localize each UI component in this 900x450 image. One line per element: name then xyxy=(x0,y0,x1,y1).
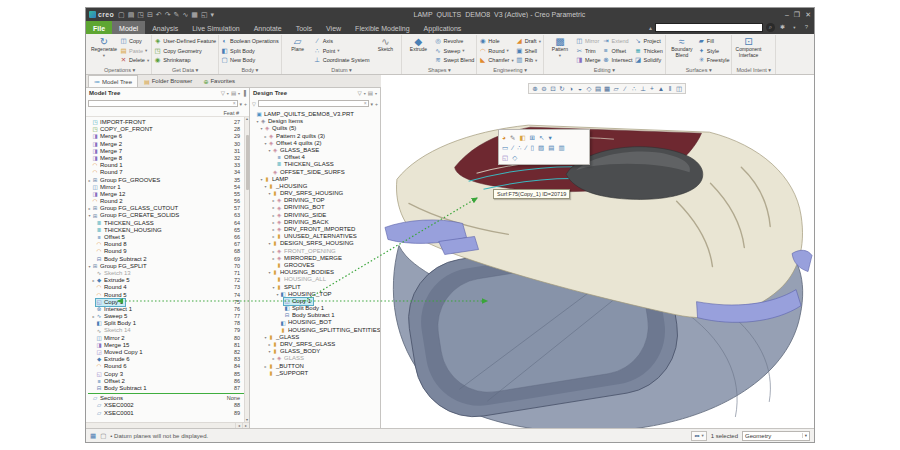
import-icon[interactable]: ◳ xyxy=(137,10,144,19)
appearance-icon[interactable]: ◕ xyxy=(502,133,506,142)
tree-item[interactable]: ▾▮GLASS_BODY xyxy=(250,348,380,355)
maximize-icon[interactable]: ❒ xyxy=(794,11,800,19)
tree-item[interactable]: ▱SectionsNone xyxy=(86,395,249,402)
extrude-button[interactable]: ◆Extrude xyxy=(404,35,432,66)
copy-feature-icon[interactable]: ◱ xyxy=(502,153,508,162)
windows-icon[interactable]: ◱ xyxy=(201,10,208,19)
tree-item[interactable]: ◧Split Body 1 xyxy=(250,305,380,312)
tree-item[interactable]: ◨Merge 1255 xyxy=(86,191,249,198)
navigator-tab-model-tree[interactable]: ≔Model Tree xyxy=(88,75,138,87)
tree-item[interactable]: ▮_SUPPORT xyxy=(250,370,380,377)
spin-center-icon[interactable]: + xyxy=(648,84,656,93)
group-label[interactable]: Datum ▾ xyxy=(284,66,400,74)
scroll-up-icon[interactable]: ▲ xyxy=(245,117,249,121)
tree-item[interactable]: ⊟Body Subtract 187 xyxy=(86,385,249,392)
find-button[interactable]: ∞ ▾ xyxy=(691,431,706,441)
group-label[interactable]: Editing ▾ xyxy=(546,66,663,74)
plane-button[interactable]: ▱Plane xyxy=(284,35,312,66)
scroll-left-icon[interactable]: ◂ xyxy=(235,423,242,428)
extend-button[interactable]: ⇥Extend xyxy=(603,37,633,45)
search-icon[interactable]: ⌕ xyxy=(766,23,775,32)
tree-item[interactable]: ◱Copy 385 xyxy=(86,371,249,378)
fill-color-icon[interactable]: ◧ xyxy=(519,133,525,142)
tree-settings-icon[interactable]: ▤ xyxy=(231,90,236,96)
draft-button[interactable]: ◢Draft▾ xyxy=(516,37,541,45)
annotations-icon[interactable]: ▲ xyxy=(657,84,665,93)
tree-item[interactable]: ▾◈Offset 4 quilts (2) xyxy=(250,140,380,147)
coordinate-system-button[interactable]: ⊥Coordinate System xyxy=(314,56,370,64)
delete-button[interactable]: ✕Delete▾ xyxy=(120,56,149,64)
graphics-viewport[interactable]: ⊕⊖⊡↻◑◒◇▤▦▱∕∴⊥+▲‖◫ ◕✎◧⊞↖▾▭∕∴∕▯▨▤▥◱◇ Surf:… xyxy=(381,75,814,428)
merge-button[interactable]: ◨Merge xyxy=(576,56,601,64)
tree-item[interactable]: ◳IMPORT-FRONT27 xyxy=(86,119,249,126)
display-toggle-icon[interactable]: ▢ xyxy=(100,432,106,440)
tree-item[interactable]: ◫Mirror 154 xyxy=(86,184,249,191)
thicken-button[interactable]: ≣Thicken xyxy=(635,47,663,55)
tree-item[interactable]: ▾▮_HOUSING xyxy=(250,183,380,190)
tree-item[interactable]: ◫Mirror 280 xyxy=(86,335,249,342)
selection-filter-dropdown[interactable]: Geometry ▾ xyxy=(742,431,810,441)
tree-item[interactable]: ◧Split Body 178 xyxy=(86,320,249,327)
tree-item[interactable]: ▾▮SPLIT xyxy=(250,284,380,291)
boolean-operations-button[interactable]: ◐Boolean Operations xyxy=(221,37,279,45)
tree-item[interactable]: ▾⊞Group FG_SPLIT70 xyxy=(86,263,249,270)
tree-item[interactable]: ∿Sketch 1371 xyxy=(86,270,249,277)
model-tree-filter-input[interactable]: × xyxy=(88,100,238,107)
tree-item[interactable]: ▸◈FRONT_OPENING xyxy=(250,248,380,255)
tag-icon[interactable]: ▯ xyxy=(530,143,534,152)
command-search-input[interactable] xyxy=(655,23,763,32)
boundary-blend-button[interactable]: ≈Boundary Blend xyxy=(668,35,696,66)
tree-item[interactable]: ▸◈DRV_FRONT_IMPORTED xyxy=(250,226,380,233)
tree-item[interactable]: ◨Merge 1581 xyxy=(86,342,249,349)
lamp-3d-model[interactable] xyxy=(381,75,814,428)
open-icon[interactable]: ▤ xyxy=(128,10,135,19)
tree-item[interactable]: ◠Round 473 xyxy=(86,284,249,291)
component-interface-button[interactable]: ⊡Component Interface xyxy=(734,35,762,66)
revolve-button[interactable]: ◎Revolve xyxy=(434,37,474,45)
tab-applications[interactable]: Applications xyxy=(417,21,469,34)
tab-analysis[interactable]: Analysis xyxy=(145,21,185,34)
help-icon[interactable]: ? xyxy=(802,23,811,32)
tree-item[interactable]: ▾▮HOUSING_BODIES xyxy=(250,269,380,276)
view-manager-icon[interactable]: ▦ xyxy=(603,84,611,93)
tree-item[interactable]: ▮HOUSING_ALL xyxy=(250,276,380,283)
tree-item[interactable]: ◲Moved Copy 182 xyxy=(86,349,249,356)
gear-icon[interactable]: ✱ xyxy=(778,23,787,32)
tree-item[interactable]: ◨Merge 230 xyxy=(86,141,249,148)
chevron-down-icon[interactable]: ▾ xyxy=(240,101,243,107)
tree-item[interactable]: ▾◈Design Items xyxy=(250,118,380,125)
close-icon[interactable]: ✕ xyxy=(805,11,811,19)
point-button[interactable]: ∴Point▾ xyxy=(314,47,370,55)
tree-item[interactable]: ▸⊞Group FG_GROOVES35 xyxy=(86,177,249,184)
tree-item[interactable]: ▾⊞Group FG_CREATE_SOLIDS63 xyxy=(86,212,249,219)
tree-item[interactable]: ▾▮DESIGN_SRFS_HOUSING xyxy=(250,240,380,247)
chevron-down-icon[interactable]: ▾ xyxy=(364,91,366,96)
modify-icon[interactable]: ✎ xyxy=(174,10,180,19)
axis-icon[interactable]: ∕ xyxy=(525,143,526,152)
sweep-button[interactable]: ∿Sweep▾ xyxy=(434,47,474,55)
chamfer-button[interactable]: ◣Chamfer▾ xyxy=(479,56,513,64)
datum-csys-icon[interactable]: ⊥ xyxy=(639,84,647,93)
tree-item[interactable]: ▸◈DRIVING_TOP xyxy=(250,197,380,204)
clear-icon[interactable]: × xyxy=(233,100,236,106)
fill-button[interactable]: ▰Fill xyxy=(698,37,730,45)
tree-item[interactable]: ⊗Intersect 176 xyxy=(86,306,249,313)
tree-item[interactable]: ▸◈Pattern 2 quilts (3) xyxy=(250,133,380,140)
clear-icon[interactable]: × xyxy=(364,100,367,106)
image-icon[interactable]: ▨ xyxy=(538,143,544,152)
group-label[interactable]: Engineering ▾ xyxy=(479,66,541,74)
group-label[interactable]: Model Intent ▾ xyxy=(734,66,773,74)
tree-item[interactable]: ▾◧HOUSING_TOP xyxy=(250,291,380,298)
freestyle-button[interactable]: ✳Freestyle xyxy=(698,56,730,64)
tree-item[interactable]: ⊟Body Subtract 1 xyxy=(250,312,380,319)
trim-button[interactable]: ✂Trim xyxy=(576,47,601,55)
tree-item[interactable]: ▱XSEC000189 xyxy=(86,410,249,417)
save-icon[interactable]: ⊟ xyxy=(147,10,153,19)
datum-points-icon[interactable]: ∴ xyxy=(630,84,638,93)
tree-item[interactable]: ▸▮_BUTTON xyxy=(250,363,380,370)
3d-mode-icon[interactable]: ◫ xyxy=(675,84,683,93)
tree-item[interactable]: ◠Round 133 xyxy=(86,162,249,169)
tree-item[interactable]: ▸▮UNUSED_ALTERNATIVES xyxy=(250,233,380,240)
pointer-icon[interactable]: ↖ xyxy=(539,133,544,142)
datum-axes-icon[interactable]: ∕ xyxy=(621,84,629,93)
